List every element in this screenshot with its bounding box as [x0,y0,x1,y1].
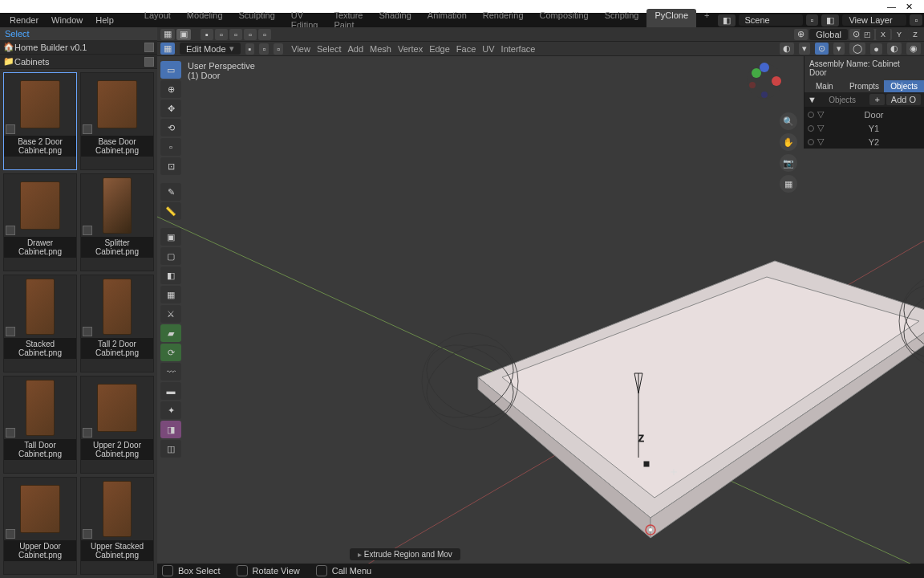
thumb-label: Base 2 Door Cabinet.png [4,136,76,157]
mouse-icon-1 [162,565,173,576]
editor-type[interactable]: ▦ [160,29,175,40]
thumbnail[interactable]: Tall Door Cabinet.png [3,376,77,474]
scene-icon[interactable]: ◧ [718,14,736,26]
edge-sel[interactable]: ▫ [259,43,269,55]
shading-1[interactable]: ⊙ [815,43,829,55]
viewlayer-new[interactable]: ▫ [910,14,922,26]
vpmenu-interface[interactable]: Interface [498,44,539,54]
thumbnail[interactable]: Base Door Cabinet.png [80,72,154,170]
mode-icon[interactable]: ▦ [160,43,175,55]
vpmenu-add[interactable]: Add [344,44,367,54]
viewlayer-field[interactable]: View Layer [842,14,906,26]
shading-solid[interactable]: ● [870,43,882,55]
vis-toggle[interactable] [808,112,814,118]
vis-toggle[interactable] [808,125,814,132]
shading-mat[interactable]: ◐ [887,43,902,55]
svg-point-18 [752,68,761,78]
vpmenu-select[interactable]: Select [314,44,345,54]
add-object-btn[interactable]: Add O [886,94,921,105]
axis-z[interactable]: Z [908,29,922,40]
thumbnail[interactable]: Base 2 Door Cabinet.png [3,72,77,170]
object-item[interactable]: Y1 [827,124,921,133]
object-item[interactable]: Y2 [827,137,921,147]
sel-mode-1[interactable]: ▪ [201,29,213,40]
operator-hint[interactable]: Extrude Region and Mov [350,548,460,560]
status-boxselect: Box Select [178,566,221,576]
shading-render[interactable]: ◉ [906,43,921,55]
object-item[interactable]: Door [827,110,921,120]
thumbnail[interactable]: Upper Door Cabinet.png [3,477,77,575]
sel-mode-3[interactable]: ▫ [229,29,242,40]
tree-label[interactable]: Cabinets [14,57,49,67]
thumbnail[interactable]: Splitter Cabinet.png [80,173,154,271]
axis-y[interactable]: Y [892,29,906,40]
vpmenu-face[interactable]: Face [453,44,479,54]
cursor-tool[interactable]: ▣ [176,29,191,40]
objects-label: Objects [817,96,868,104]
axis-x[interactable]: X [876,29,890,40]
tree-icon: 🏠 [3,42,14,52]
thumbnail[interactable]: Stacked Cabinet.png [3,275,77,372]
overlay-2[interactable]: ▾ [799,43,810,55]
svg-point-15 [649,528,652,531]
nav-gizmo[interactable] [744,61,784,103]
orient-icon[interactable]: ⊕ [794,29,808,40]
thumbnail[interactable]: Drawer Cabinet.png [3,173,77,271]
thumbnail[interactable]: Upper Stacked Cabinet.png [80,477,154,575]
objects-icon: ▼ [808,95,817,104]
vpmenu-uv[interactable]: UV [479,44,497,54]
viewlayer-icon[interactable]: ◧ [821,14,839,26]
zoom-icon[interactable]: 🔍 [780,112,797,130]
menu-window[interactable]: Window [45,15,89,25]
sel-mode-4[interactable]: ▫ [244,29,257,40]
thumbnail[interactable]: Upper 2 Door Cabinet.png [80,376,154,474]
overlay-1[interactable]: ◐ [780,43,794,55]
thumbnail[interactable]: Tall 2 Door Cabinet.png [80,275,154,372]
vert-sel[interactable]: ▪ [245,43,255,55]
tree-label[interactable]: Home Builder v0.1 [14,43,87,52]
thumb-label: Upper Door Cabinet.png [4,540,76,561]
menu-render[interactable]: Render [3,15,45,25]
status-rotate: Rotate View [253,566,300,576]
svg-text:Z: Z [638,434,644,443]
scene-field[interactable]: Scene [739,14,803,26]
vis-toggle[interactable] [808,139,814,145]
svg-point-17 [772,76,781,86]
status-callmenu: Call Menu [332,566,372,576]
vpmenu-view[interactable]: View [288,44,314,54]
orient-field[interactable]: Global [809,29,848,40]
vpmenu-edge[interactable]: Edge [426,44,453,54]
tree-toggle[interactable] [144,57,154,67]
thumb-label: Splitter Cabinet.png [81,237,153,258]
select-header: Select [0,27,157,40]
rptab-objects[interactable]: Objects [884,80,924,92]
rptab-main[interactable]: Main [804,80,845,92]
mesh-icon: ▽ [817,123,824,133]
rptab-prompts[interactable]: Prompts [845,80,885,92]
thumb-label: Tall Door Cabinet.png [4,439,76,460]
shading-wire[interactable]: ◯ [849,43,865,55]
vpmenu-vertex[interactable]: Vertex [395,44,426,54]
vpmenu-mesh[interactable]: Mesh [367,44,395,54]
thumb-label: Drawer Cabinet.png [4,237,76,258]
pan-icon[interactable]: ✋ [780,133,797,151]
thumb-label: Upper 2 Door Cabinet.png [81,439,153,460]
vp-icon-1[interactable]: ◰ [860,29,874,40]
window-close[interactable]: ✕ [906,2,913,12]
face-sel[interactable]: ▫ [274,43,283,55]
tree-toggle[interactable] [144,43,154,52]
camera-icon[interactable]: 📷 [780,154,797,172]
shading-2[interactable]: ▾ [833,43,845,55]
sel-mode-5[interactable]: ▫ [258,29,271,40]
sel-mode-2[interactable]: ▫ [215,29,228,40]
mouse-icon-2 [237,565,248,576]
window-min[interactable]: — [887,2,896,11]
thumb-label: Stacked Cabinet.png [4,338,76,359]
menu-help[interactable]: Help [89,15,120,25]
svg-rect-13 [644,462,649,466]
scene-new[interactable]: ▫ [806,14,819,26]
thumb-label: Base Door Cabinet.png [81,136,153,157]
persp-icon[interactable]: ▦ [780,175,797,193]
add-btn[interactable]: + [869,94,884,105]
mode-select[interactable]: Edit Mode ▾ [180,43,241,55]
